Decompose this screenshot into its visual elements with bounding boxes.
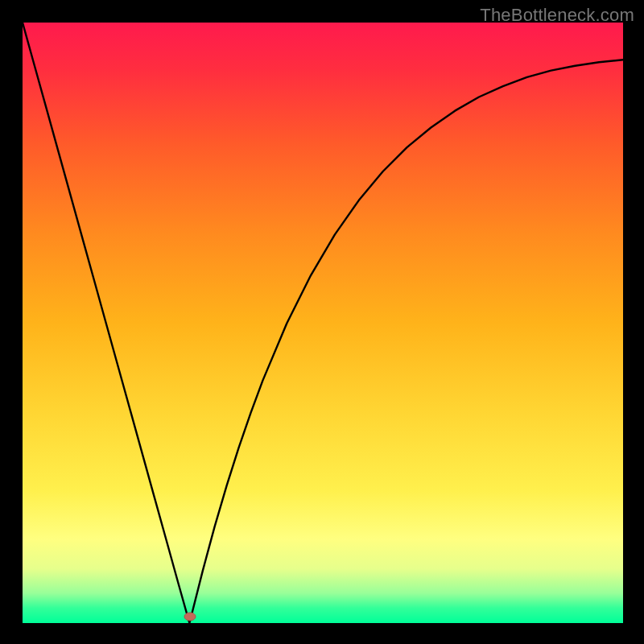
minimum-marker xyxy=(184,613,196,621)
chart-frame: TheBottleneck.com xyxy=(0,0,644,644)
bottleneck-chart xyxy=(0,0,644,644)
gradient-background xyxy=(23,23,623,623)
attribution-text: TheBottleneck.com xyxy=(480,5,634,26)
